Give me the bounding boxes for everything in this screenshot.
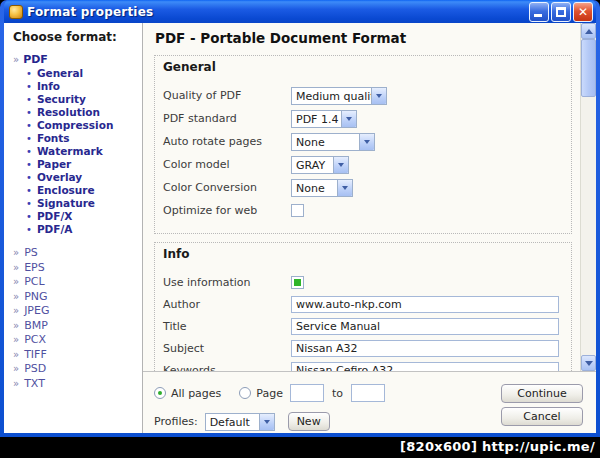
- sidebar-item-label: Security: [37, 93, 86, 105]
- window-titlebar[interactable]: Format properties ✕: [4, 0, 596, 23]
- sidebar-item-label: Paper: [37, 158, 71, 170]
- select-value: None: [292, 180, 337, 196]
- vertical-scrollbar[interactable]: [580, 23, 596, 371]
- page-to-input[interactable]: [351, 384, 385, 402]
- new-profile-button[interactable]: New: [288, 412, 330, 431]
- format-properties-window: Format properties ✕ Choose format: » PDF…: [0, 0, 600, 437]
- sidebar-item-txt[interactable]: »TXT: [13, 377, 140, 392]
- form-row-color-conversion: Color ConversionNone: [163, 176, 563, 199]
- color-conversion-select[interactable]: None: [291, 179, 353, 197]
- cancel-button[interactable]: Cancel: [501, 407, 583, 426]
- sidebar-item-label: Compression: [37, 119, 113, 131]
- section-general: GeneralQuality of PDFMedium qualityPDF s…: [154, 55, 572, 234]
- sidebar-item-overlay[interactable]: •Overlay: [26, 171, 140, 184]
- window-title: Format properties: [27, 5, 529, 19]
- pdf-standard-select[interactable]: PDF 1.4: [291, 110, 357, 128]
- field-label: Color Conversion: [163, 181, 291, 194]
- keywords-input[interactable]: [291, 362, 559, 372]
- field-label: Quality of PDF: [163, 89, 291, 102]
- select-value: GRAY: [292, 157, 333, 173]
- sidebar-item-compression[interactable]: •Compression: [26, 119, 140, 132]
- form-row-keywords: Keywords: [163, 359, 563, 371]
- page-from-input[interactable]: [290, 384, 324, 402]
- sidebar-item-pcl[interactable]: »PCL: [13, 275, 140, 290]
- sidebar-item-watermark[interactable]: •Watermark: [26, 145, 140, 158]
- sidebar-item-resolution[interactable]: •Resolution: [26, 106, 140, 119]
- chevron-down-icon: [371, 88, 386, 104]
- bullet-icon: •: [26, 224, 32, 236]
- optimize-for-web-checkbox[interactable]: [291, 204, 304, 217]
- chevron-marker-icon: »: [13, 377, 19, 392]
- sidebar-item-bmp[interactable]: »BMP: [13, 319, 140, 334]
- scroll-thumb[interactable]: [581, 39, 596, 97]
- sidebar-item-pdf-a[interactable]: •PDF/A: [26, 223, 140, 236]
- sidebar-item-eps[interactable]: »EPS: [13, 261, 140, 276]
- sidebar-item-signature[interactable]: •Signature: [26, 197, 140, 210]
- chevron-marker-icon: »: [13, 246, 19, 261]
- bullet-icon: •: [26, 159, 32, 171]
- form-row-author: Author: [163, 293, 563, 315]
- minimize-icon: [534, 14, 542, 17]
- quality-of-pdf-select[interactable]: Medium quality: [291, 87, 387, 105]
- title-input[interactable]: [291, 318, 559, 335]
- arrow-up-icon: [585, 29, 593, 34]
- sidebar-item-label: TIFF: [24, 348, 47, 363]
- author-input[interactable]: [291, 296, 559, 313]
- scroll-track[interactable]: [581, 97, 596, 355]
- form-row-optimize-for-web: Optimize for web: [163, 199, 563, 222]
- sidebar-item-label: General: [37, 67, 83, 79]
- profiles-select[interactable]: Default: [205, 413, 275, 431]
- bullet-icon: •: [26, 94, 32, 106]
- scroll-up-button[interactable]: [581, 23, 596, 39]
- sidebar-item-label: Signature: [37, 197, 95, 209]
- chevron-marker-icon: »: [13, 290, 19, 305]
- field-label: Keywords: [163, 364, 291, 372]
- sidebar-item-fonts[interactable]: •Fonts: [26, 132, 140, 145]
- bullet-icon: •: [26, 172, 32, 184]
- chevron-marker-icon: »: [13, 348, 19, 363]
- sidebar-item-label: Resolution: [37, 106, 100, 118]
- sidebar-item-jpeg[interactable]: »JPEG: [13, 304, 140, 319]
- use-information-checkbox[interactable]: [291, 276, 304, 289]
- sidebar-item-general[interactable]: •General: [26, 67, 140, 80]
- section-info: InfoUse informationAuthorTitleSubjectKey…: [154, 242, 572, 371]
- sidebar-item-psd[interactable]: »PSD: [13, 362, 140, 377]
- field-label: PDF standard: [163, 112, 291, 125]
- minimize-button[interactable]: [529, 2, 549, 22]
- maximize-button[interactable]: [551, 2, 571, 22]
- sidebar-item-label: BMP: [24, 319, 48, 334]
- scroll-down-button[interactable]: [581, 355, 596, 371]
- chevron-down-icon: [333, 157, 348, 173]
- sidebar-item-pcx[interactable]: »PCX: [13, 333, 140, 348]
- page-range-radio[interactable]: [239, 387, 251, 399]
- auto-rotate-pages-select[interactable]: None: [291, 133, 375, 151]
- to-label: to: [332, 387, 343, 400]
- all-pages-radio[interactable]: [154, 387, 166, 399]
- sidebar-item-enclosure[interactable]: •Enclosure: [26, 184, 140, 197]
- field-label: Color model: [163, 158, 291, 171]
- sidebar-item-paper[interactable]: •Paper: [26, 158, 140, 171]
- sidebar-item-png[interactable]: »PNG: [13, 290, 140, 305]
- sidebar-item-tiff[interactable]: »TIFF: [13, 348, 140, 363]
- select-value: None: [292, 134, 359, 150]
- continue-button[interactable]: Continue: [501, 384, 583, 403]
- sidebar-item-label: Enclosure: [37, 184, 95, 196]
- sidebar-item-pdf-x[interactable]: •PDF/X: [26, 210, 140, 223]
- field-label: Title: [163, 320, 291, 333]
- close-button[interactable]: ✕: [573, 2, 593, 22]
- sidebar-item-label: TXT: [24, 377, 45, 392]
- sidebar-item-ps[interactable]: »PS: [13, 246, 140, 261]
- sidebar-item-pdf[interactable]: » PDF: [13, 53, 140, 66]
- form-row-use-information: Use information: [163, 271, 563, 293]
- sidebar-item-security[interactable]: •Security: [26, 93, 140, 106]
- sidebar-item-label: PCX: [24, 333, 46, 348]
- color-model-select[interactable]: GRAY: [291, 156, 349, 174]
- watermark-credit: [820x600] http://upic.me/: [0, 437, 600, 458]
- sidebar-item-info[interactable]: •Info: [26, 80, 140, 93]
- field-label: Author: [163, 298, 291, 311]
- format-list: »PS»EPS»PCL»PNG»JPEG»BMP»PCX»TIFF»PSD»TX…: [13, 246, 140, 391]
- app-icon: [9, 5, 23, 19]
- bottom-bar: All pages Page to Profiles: Default New: [143, 371, 596, 433]
- page-label: Page: [256, 387, 283, 400]
- subject-input[interactable]: [291, 340, 559, 357]
